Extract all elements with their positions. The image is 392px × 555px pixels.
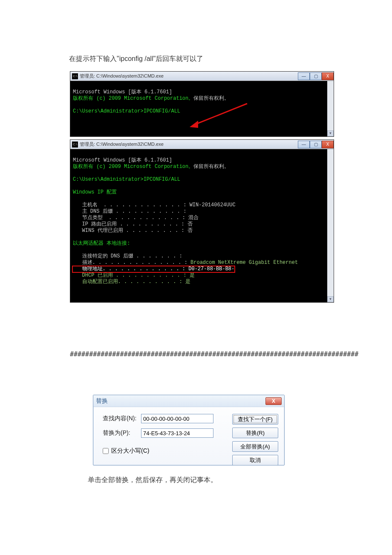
cmd2-l1: Microsoft Windows [版本 6.1.7601] xyxy=(73,157,172,163)
scroll-down-icon[interactable]: ▼ xyxy=(327,296,334,302)
replace-body: 查找内容(N): 替换为(P): 区分大小写(C) 查找下一个(F) 替换(R)… xyxy=(93,407,284,465)
close-button[interactable]: X xyxy=(322,141,334,148)
cmd1-line3: C:\Users\Administrator>IPCONFIG/ALL xyxy=(73,108,180,114)
cmd2-l4: Windows IP 配置 xyxy=(73,189,117,195)
cmd-prompt-icon: C:\ xyxy=(72,142,78,147)
cmd2-host-val: WIN-20140624UUC xyxy=(190,202,236,208)
replace-input[interactable] xyxy=(141,428,213,438)
replace-dialog: 替换 X 查找内容(N): 替换为(P): 区分大小写(C) 查找下一个(F) … xyxy=(93,395,285,465)
cmd-window-2: C:\ 管理员: C:\Windows\system32\CMD.exe — ▢… xyxy=(70,139,334,303)
cmd2-l2b: 保留所有权利。 xyxy=(193,164,229,170)
cmd2-phys-row: 物理地址. . . . . . . . . . . . . : D0-27-88… xyxy=(73,266,234,272)
cmd1-line2b: 保留所有权利。 xyxy=(193,95,229,101)
cmd2-host-label: 主机名 . . . . . . . . . . . . . : xyxy=(73,202,190,208)
cmd-body-1: Microsoft Windows [版本 6.1.7601] 版权所有 (c)… xyxy=(70,81,334,136)
cmd-scrollbar-2[interactable]: ▲ ▼ xyxy=(327,149,334,302)
cmd2-conn-dns: 连接特定的 DNS 后缀 . . . . . . . : xyxy=(73,253,182,259)
cmd2-adapter: 以太网适配器 本地连接: xyxy=(73,240,130,246)
hash-separator: ########################################… xyxy=(70,350,371,358)
cmd-title-text-2: 管理员: C:\Windows\system32\CMD.exe xyxy=(80,141,298,147)
cmd2-phys-label: 物理地址. . . . . . . . . . . . . : xyxy=(73,266,188,272)
cmd2-dhcp: DHCP 已启用 . . . . . . . . . . . : 是 xyxy=(73,272,195,278)
replace-label: 替换为(P): xyxy=(103,429,141,437)
cmd2-l2a: 版权所有 (c) 2009 Microsoft Corporation。 xyxy=(73,164,193,170)
svg-marker-1 xyxy=(190,121,198,128)
post-instruction: 单击全部替换，然后保存，再关闭记事本。 xyxy=(88,476,371,485)
minimize-button[interactable]: — xyxy=(298,72,310,80)
cmd2-dns-suffix: 主 DNS 后缀 . . . . . . . . . . . : xyxy=(73,208,186,214)
cmd-title-buttons-2: — ▢ X xyxy=(298,141,334,148)
cmd-scrollbar-1[interactable]: ▲ ▼ xyxy=(327,81,334,136)
find-label: 查找内容(N): xyxy=(103,415,141,422)
cmd2-l3: C:\Users\Administrator>IPCONFIG/ALL xyxy=(73,176,180,182)
cmd1-line2a: 版权所有 (c) 2009 Microsoft Corporation。 xyxy=(73,95,193,101)
match-case-label: 区分大小写(C) xyxy=(111,447,149,455)
scroll-track[interactable] xyxy=(327,87,334,130)
cmd2-wins-proxy: WINS 代理已启用 . . . . . . . . . : 否 xyxy=(73,228,193,234)
scroll-track[interactable] xyxy=(327,155,334,296)
find-input[interactable] xyxy=(141,414,213,423)
match-case-checkbox[interactable] xyxy=(103,448,109,454)
cmd2-desc-label: 描述. . . . . . . . . . . . . . . : xyxy=(73,260,190,266)
cmd-body-2: Microsoft Windows [版本 6.1.7601] 版权所有 (c)… xyxy=(70,149,334,302)
cmd1-line1: Microsoft Windows [版本 6.1.7601] xyxy=(73,89,172,95)
cmd2-autoconf: 自动配置已启用. . . . . . . . . . : 是 xyxy=(73,279,190,285)
cmd-window-1: C:\ 管理员: C:\Windows\system32\CMD.exe — ▢… xyxy=(70,71,334,137)
cmd2-node-type: 节点类型 . . . . . . . . . . . . : 混合 xyxy=(73,215,199,221)
cmd2-desc-val: Broadcom NetXtreme Gigabit Ethernet xyxy=(190,260,298,266)
cmd-prompt-icon: C:\ xyxy=(72,73,78,79)
find-next-button[interactable]: 查找下一个(F) xyxy=(232,414,278,425)
close-button[interactable]: X xyxy=(322,72,334,80)
replace-button[interactable]: 替换(R) xyxy=(232,428,278,438)
cmd-titlebar-2[interactable]: C:\ 管理员: C:\Windows\system32\CMD.exe — ▢… xyxy=(70,140,334,149)
cmd-title-text-1: 管理员: C:\Windows\system32\CMD.exe xyxy=(80,73,298,79)
replace-button-column: 查找下一个(F) 替换(R) 全部替换(A) 取消 xyxy=(232,414,278,465)
instruction-top: 在提示符下输入"ipconfig /all"后回车就可以了 xyxy=(69,55,371,64)
replace-titlebar[interactable]: 替换 X xyxy=(93,395,284,407)
cmd2-phys-val: D0-27-88-BB-B8- xyxy=(188,266,234,272)
maximize-button[interactable]: ▢ xyxy=(310,141,322,148)
cmd-titlebar-1[interactable]: C:\ 管理员: C:\Windows\system32\CMD.exe — ▢… xyxy=(70,72,334,81)
replace-dialog-title: 替换 xyxy=(96,397,265,405)
cmd2-ip-route: IP 路由已启用 . . . . . . . . . . : 否 xyxy=(73,221,193,227)
svg-line-0 xyxy=(194,104,247,125)
minimize-button[interactable]: — xyxy=(298,141,310,148)
cmd-title-buttons-1: — ▢ X xyxy=(298,72,334,80)
close-icon[interactable]: X xyxy=(265,397,282,405)
scroll-down-icon[interactable]: ▼ xyxy=(327,130,334,136)
maximize-button[interactable]: ▢ xyxy=(310,72,322,80)
cancel-button[interactable]: 取消 xyxy=(232,455,278,465)
replace-all-button[interactable]: 全部替换(A) xyxy=(232,441,278,452)
